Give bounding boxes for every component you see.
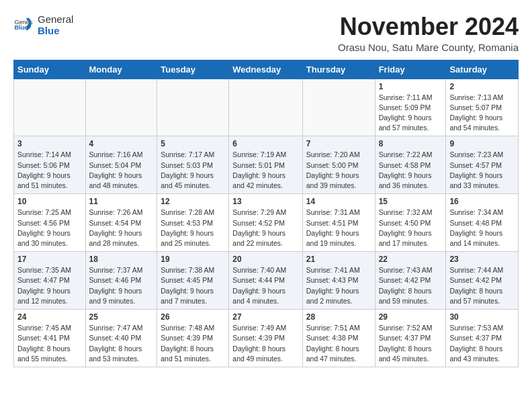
day-number: 9: [449, 139, 515, 148]
day-number: 21: [306, 255, 371, 264]
day-info: Sunrise: 7:40 AM Sunset: 4:44 PM Dayligh…: [232, 265, 298, 306]
day-info: Sunrise: 7:44 AM Sunset: 4:42 PM Dayligh…: [449, 265, 515, 306]
day-info: Sunrise: 7:32 AM Sunset: 4:50 PM Dayligh…: [379, 208, 443, 248]
weekday-header-monday: Monday: [85, 60, 157, 79]
month-title: November 2024: [338, 13, 519, 40]
calendar-cell: [229, 79, 302, 136]
day-number: 17: [17, 255, 82, 264]
day-number: 28: [306, 312, 371, 322]
day-info: Sunrise: 7:37 AM Sunset: 4:46 PM Dayligh…: [89, 265, 154, 306]
calendar-table: SundayMondayTuesdayWednesdayThursdayFrid…: [13, 60, 519, 367]
weekday-header-saturday: Saturday: [446, 60, 519, 79]
calendar-cell: [302, 79, 375, 136]
svg-text:Blue: Blue: [14, 24, 28, 31]
day-number: 1: [379, 82, 443, 91]
location-subtitle: Orasu Nou, Satu Mare County, Romania: [338, 42, 519, 53]
calendar-cell: 8Sunrise: 7:22 AM Sunset: 4:58 PM Daylig…: [375, 136, 446, 194]
day-info: Sunrise: 7:23 AM Sunset: 4:57 PM Dayligh…: [449, 150, 515, 191]
weekday-header-friday: Friday: [375, 60, 446, 79]
day-info: Sunrise: 7:19 AM Sunset: 5:01 PM Dayligh…: [232, 150, 298, 191]
calendar-cell: 7Sunrise: 7:20 AM Sunset: 5:00 PM Daylig…: [302, 136, 375, 194]
calendar-cell: 13Sunrise: 7:29 AM Sunset: 4:52 PM Dayli…: [229, 194, 302, 252]
calendar-cell: 14Sunrise: 7:31 AM Sunset: 4:51 PM Dayli…: [302, 194, 375, 252]
day-info: Sunrise: 7:35 AM Sunset: 4:47 PM Dayligh…: [17, 265, 82, 306]
calendar-cell: 1Sunrise: 7:11 AM Sunset: 5:09 PM Daylig…: [375, 79, 446, 136]
calendar-cell: 5Sunrise: 7:17 AM Sunset: 5:03 PM Daylig…: [157, 136, 229, 194]
weekday-header-sunday: Sunday: [14, 60, 86, 79]
calendar-cell: [14, 79, 86, 136]
day-info: Sunrise: 7:53 AM Sunset: 4:37 PM Dayligh…: [449, 323, 515, 364]
calendar-cell: 3Sunrise: 7:14 AM Sunset: 5:06 PM Daylig…: [14, 136, 86, 194]
calendar-cell: 30Sunrise: 7:53 AM Sunset: 4:37 PM Dayli…: [446, 310, 519, 367]
day-info: Sunrise: 7:29 AM Sunset: 4:52 PM Dayligh…: [232, 208, 298, 248]
calendar-cell: 17Sunrise: 7:35 AM Sunset: 4:47 PM Dayli…: [14, 252, 86, 310]
calendar-cell: 23Sunrise: 7:44 AM Sunset: 4:42 PM Dayli…: [446, 252, 519, 310]
calendar-cell: 2Sunrise: 7:13 AM Sunset: 5:07 PM Daylig…: [446, 79, 519, 136]
calendar-week-row: 1Sunrise: 7:11 AM Sunset: 5:09 PM Daylig…: [14, 79, 519, 136]
calendar-cell: 9Sunrise: 7:23 AM Sunset: 4:57 PM Daylig…: [446, 136, 519, 194]
calendar-cell: 27Sunrise: 7:49 AM Sunset: 4:39 PM Dayli…: [229, 310, 302, 367]
calendar-cell: 24Sunrise: 7:45 AM Sunset: 4:41 PM Dayli…: [14, 310, 86, 367]
day-number: 26: [161, 312, 225, 322]
day-info: Sunrise: 7:48 AM Sunset: 4:39 PM Dayligh…: [161, 323, 225, 364]
day-number: 5: [161, 139, 225, 148]
calendar-cell: 15Sunrise: 7:32 AM Sunset: 4:50 PM Dayli…: [375, 194, 446, 252]
day-info: Sunrise: 7:52 AM Sunset: 4:37 PM Dayligh…: [379, 323, 443, 364]
day-info: Sunrise: 7:45 AM Sunset: 4:41 PM Dayligh…: [17, 323, 82, 364]
calendar-cell: 25Sunrise: 7:47 AM Sunset: 4:40 PM Dayli…: [85, 310, 157, 367]
day-number: 11: [89, 197, 154, 206]
day-number: 19: [161, 255, 225, 264]
day-number: 30: [449, 312, 515, 322]
day-info: Sunrise: 7:38 AM Sunset: 4:45 PM Dayligh…: [161, 265, 225, 306]
calendar-cell: [85, 79, 157, 136]
day-info: Sunrise: 7:25 AM Sunset: 4:56 PM Dayligh…: [17, 208, 82, 248]
calendar-cell: 19Sunrise: 7:38 AM Sunset: 4:45 PM Dayli…: [157, 252, 229, 310]
calendar-cell: 10Sunrise: 7:25 AM Sunset: 4:56 PM Dayli…: [14, 194, 86, 252]
day-number: 29: [379, 312, 443, 322]
day-number: 18: [89, 255, 154, 264]
day-info: Sunrise: 7:28 AM Sunset: 4:53 PM Dayligh…: [161, 208, 225, 248]
day-number: 3: [17, 139, 82, 148]
weekday-header-tuesday: Tuesday: [157, 60, 229, 79]
page-header: General Blue General Blue November 2024 …: [13, 13, 519, 53]
calendar-cell: 29Sunrise: 7:52 AM Sunset: 4:37 PM Dayli…: [375, 310, 446, 367]
calendar-cell: 26Sunrise: 7:48 AM Sunset: 4:39 PM Dayli…: [157, 310, 229, 367]
calendar-cell: [157, 79, 229, 136]
day-info: Sunrise: 7:43 AM Sunset: 4:42 PM Dayligh…: [379, 265, 443, 306]
day-info: Sunrise: 7:11 AM Sunset: 5:09 PM Dayligh…: [379, 93, 443, 134]
logo-general-text: General: [38, 13, 73, 25]
calendar-cell: 22Sunrise: 7:43 AM Sunset: 4:42 PM Dayli…: [375, 252, 446, 310]
day-info: Sunrise: 7:20 AM Sunset: 5:00 PM Dayligh…: [306, 150, 371, 191]
title-block: November 2024 Orasu Nou, Satu Mare Count…: [338, 13, 519, 53]
day-number: 10: [17, 197, 82, 206]
day-info: Sunrise: 7:14 AM Sunset: 5:06 PM Dayligh…: [17, 150, 82, 191]
calendar-cell: 16Sunrise: 7:34 AM Sunset: 4:48 PM Dayli…: [446, 194, 519, 252]
day-info: Sunrise: 7:47 AM Sunset: 4:40 PM Dayligh…: [89, 323, 154, 364]
calendar-cell: 20Sunrise: 7:40 AM Sunset: 4:44 PM Dayli…: [229, 252, 302, 310]
day-info: Sunrise: 7:13 AM Sunset: 5:07 PM Dayligh…: [449, 93, 515, 134]
day-number: 24: [17, 312, 82, 322]
day-number: 23: [449, 255, 515, 264]
day-info: Sunrise: 7:17 AM Sunset: 5:03 PM Dayligh…: [161, 150, 225, 191]
day-number: 22: [379, 255, 443, 264]
calendar-week-row: 17Sunrise: 7:35 AM Sunset: 4:47 PM Dayli…: [14, 252, 519, 310]
day-number: 2: [449, 82, 515, 91]
day-number: 4: [89, 139, 154, 148]
calendar-week-row: 24Sunrise: 7:45 AM Sunset: 4:41 PM Dayli…: [14, 310, 519, 367]
calendar-cell: 6Sunrise: 7:19 AM Sunset: 5:01 PM Daylig…: [229, 136, 302, 194]
day-info: Sunrise: 7:22 AM Sunset: 4:58 PM Dayligh…: [379, 150, 443, 191]
calendar-cell: 18Sunrise: 7:37 AM Sunset: 4:46 PM Dayli…: [85, 252, 157, 310]
day-number: 6: [232, 139, 298, 148]
day-number: 12: [161, 197, 225, 206]
calendar-week-row: 3Sunrise: 7:14 AM Sunset: 5:06 PM Daylig…: [14, 136, 519, 194]
day-number: 7: [306, 139, 371, 148]
day-number: 14: [306, 197, 371, 206]
logo-icon: General Blue: [13, 15, 32, 34]
day-number: 15: [379, 197, 443, 206]
day-info: Sunrise: 7:51 AM Sunset: 4:38 PM Dayligh…: [306, 323, 371, 364]
day-info: Sunrise: 7:34 AM Sunset: 4:48 PM Dayligh…: [449, 208, 515, 248]
calendar-header-row: SundayMondayTuesdayWednesdayThursdayFrid…: [14, 60, 519, 79]
calendar-cell: 28Sunrise: 7:51 AM Sunset: 4:38 PM Dayli…: [302, 310, 375, 367]
weekday-header-wednesday: Wednesday: [229, 60, 302, 79]
day-info: Sunrise: 7:26 AM Sunset: 4:54 PM Dayligh…: [89, 208, 154, 248]
